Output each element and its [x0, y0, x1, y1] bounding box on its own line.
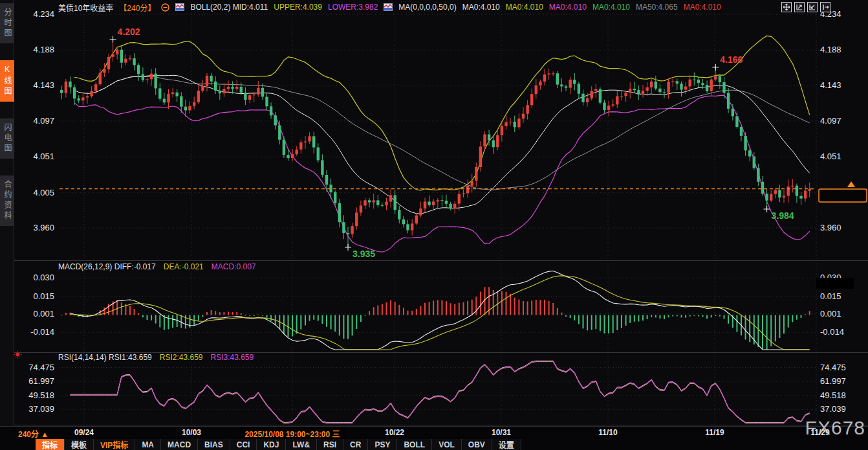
axis-tick-label: 61.997 [28, 376, 54, 386]
boll-lower-value: LOWER:3.982 [328, 3, 378, 12]
alarm-icon[interactable] [14, 350, 22, 359]
sidebar-tab-2[interactable]: 闪电图 [0, 118, 14, 159]
axis-tick-label: 37.039 [28, 404, 54, 414]
x-axis-label: 10/31 [492, 428, 511, 437]
rsi2-value: RSI2:43.659 [160, 353, 203, 363]
axis-tick-label: 3.960 [33, 223, 54, 232]
chart-canvas: 4.2023.9354.1663.9844.2344.2344.1884.188… [0, 0, 868, 427]
toolbar-button-9[interactable]: RSI [317, 439, 343, 450]
toolbar-button-10[interactable]: CR [343, 439, 368, 450]
x-axis-label: 11/19 [705, 428, 724, 437]
rsi-title: RSI(14,14,14) RSI1:43.659 [58, 353, 152, 363]
period-badge: 【240分】 [119, 2, 155, 13]
toolbar-button-6[interactable]: CCI [230, 439, 257, 450]
toolbar-button-14[interactable]: OBV [462, 439, 492, 450]
price-arrow-icon [847, 181, 855, 187]
axis-tick-label: 0.030 [33, 273, 54, 282]
ma-label: MA(0,0,0,0,50,0) [398, 3, 456, 12]
toolbar-button-0[interactable]: 指标 [36, 439, 65, 450]
toolbar-button-4[interactable]: MACD [161, 439, 198, 450]
time-axis: 240分 ▲ 2025/10/08 19:00~23:00 三 09/2410/… [0, 426, 868, 440]
boll-upper-value: UPPER:4.039 [274, 3, 322, 12]
toolbar-button-7[interactable]: KDJ [257, 439, 286, 450]
last-price-tag [819, 189, 867, 202]
axis-tick-label: 0.001 [33, 309, 54, 319]
crosshair-date-label: 2025/10/08 19:00~23:00 三 [240, 427, 344, 440]
macd-value: MACD:0.007 [212, 262, 256, 273]
macd-header: MACD(26,12,9) DIFF:-0.017 DEA:-0.021 MAC… [58, 262, 256, 273]
extreme-price-label: 4.166 [720, 54, 743, 65]
axis-tick-label: 4.188 [820, 45, 841, 54]
toolbar-button-2[interactable]: VIP指标 [94, 439, 135, 450]
axis-tick-label: 4.234 [33, 9, 54, 19]
macd-dea-value: DEA:-0.021 [164, 262, 204, 273]
indicator-toolbar: 指标模板VIP指标MAMACDBIASCCIKDJLW&RSICRPSYBOLL… [0, 439, 868, 450]
axis-tick-label: 49.518 [820, 390, 846, 400]
extreme-price-label: 3.935 [353, 249, 375, 259]
instrument-title: 美债10年收益率 [58, 2, 113, 13]
zoom-out-icon[interactable] [794, 2, 805, 12]
ma-value: MA0:4.010 [549, 3, 587, 12]
minus-circle-icon[interactable] [161, 3, 169, 12]
axis-tick-label: 0.015 [33, 291, 54, 301]
sidebar-tab-3[interactable]: 合约资料 [0, 175, 14, 226]
boll-indicator-icon[interactable] [175, 3, 184, 11]
period-selector[interactable]: 240分 ▲ [18, 428, 49, 439]
macd-title: MACD(26,12,9) DIFF:-0.017 [58, 262, 156, 273]
axis-tick-label: 0.001 [820, 309, 841, 319]
axis-tick-label: 4.005 [33, 188, 54, 197]
toolbar-button-3[interactable]: MA [135, 439, 161, 450]
ma-value: MA0:4.010 [684, 3, 721, 12]
ma-value: MA0:4.010 [592, 3, 630, 12]
axis-tick-label: -0.014 [820, 327, 844, 337]
ma-indicator-icon[interactable] [384, 3, 393, 11]
rsi-plot-area[interactable] [60, 361, 812, 423]
axis-tick-label: 4.143 [820, 80, 841, 90]
zoom-in-icon[interactable] [807, 2, 818, 12]
sidebar-tab-0[interactable]: 分时图 [0, 3, 14, 43]
axis-tick-label: 37.039 [820, 404, 846, 414]
trading-app: 4.2023.9354.1663.9844.2344.2344.1884.188… [0, 0, 868, 450]
toolbar-button-15[interactable]: 设置 [492, 439, 521, 450]
toolbar-button-5[interactable]: BIAS [198, 439, 230, 450]
ma-value: MA50:4.065 [636, 3, 678, 12]
macd-value-tag [816, 278, 854, 289]
macd-plot-area[interactable] [60, 271, 812, 350]
toolbar-button-8[interactable]: LW& [286, 439, 317, 450]
x-axis-label: 09/24 [74, 428, 94, 437]
axis-tick-label: 4.097 [33, 116, 54, 126]
extreme-price-label: 3.984 [772, 210, 794, 221]
window-controls [781, 2, 830, 12]
watermark: FX678 [805, 417, 865, 439]
sidebar-tab-1[interactable]: K线图 [0, 60, 14, 102]
axis-tick-label: 4.097 [820, 116, 841, 126]
axis-tick-label: 3.960 [820, 223, 841, 232]
x-axis-label: 10/22 [385, 428, 404, 437]
axis-tick-label: 74.475 [820, 363, 846, 372]
axis-tick-label: 49.518 [28, 390, 54, 400]
toolbar-button-12[interactable]: BOLL [397, 439, 432, 450]
chart-type-sidebar: 分时图K线图闪电图合约资料 [0, 0, 14, 427]
axis-tick-label: 0.015 [820, 291, 841, 301]
axis-tick-label: 4.051 [820, 152, 841, 161]
toolbar-button-11[interactable]: PSY [368, 439, 397, 450]
rsi3-value: RSI3:43.659 [211, 353, 254, 363]
ma-values: MA0:4.010MA0:4.010MA0:4.010MA0:4.010MA50… [462, 3, 721, 12]
ma-value: MA0:4.010 [506, 3, 543, 12]
x-axis-label: 11/10 [598, 428, 617, 437]
toolbar-button-13[interactable]: VOL [432, 439, 462, 450]
axis-tick-label: 61.997 [820, 376, 846, 386]
x-axis-label: 10/03 [182, 428, 201, 437]
move-icon[interactable] [781, 2, 792, 12]
axis-tick-label: 4.143 [33, 80, 54, 90]
axis-tick-label: -0.014 [30, 327, 54, 337]
toolbar-button-1[interactable]: 模板 [65, 439, 94, 450]
boll-label: BOLL(20,2) MID:4.011 [190, 3, 268, 12]
axis-tick-label: 4.051 [33, 152, 54, 161]
collapse-right-icon[interactable] [820, 2, 830, 12]
chart-header: 美债10年收益率 【240分】 BOLL(20,2) MID:4.011 UPP… [58, 0, 721, 14]
rsi-header: RSI(14,14,14) RSI1:43.659 RSI2:43.659 RS… [58, 353, 254, 363]
extreme-price-label: 4.202 [118, 27, 140, 37]
axis-tick-label: 4.188 [33, 45, 54, 54]
ma-value: MA0:4.010 [462, 3, 500, 12]
